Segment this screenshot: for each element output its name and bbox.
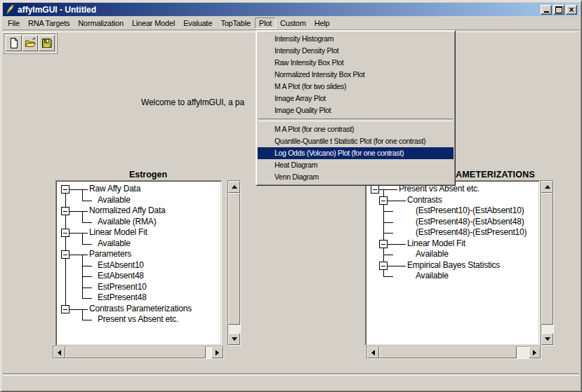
plot-menu-item-normalized-intensity-box-plot[interactable]: Normalized Intensity Box Plot — [258, 69, 454, 81]
tree-node-estpresent48-estpresent10[interactable]: (EstPresent48)-(EstPresent10) — [416, 228, 527, 237]
right-tree-vertical-scrollbar[interactable] — [541, 180, 554, 346]
tree-node-estpresent10[interactable]: EstPresent10 — [98, 283, 147, 292]
tree-node-available[interactable]: Available — [416, 271, 449, 281]
left-tree-horizontal-scrollbar[interactable] — [53, 346, 224, 359]
left-tree-scroll-left-button[interactable] — [53, 346, 65, 358]
arrow-down-icon — [232, 337, 237, 341]
tree-node-available[interactable]: Available — [416, 250, 449, 259]
arrow-up-icon — [232, 185, 237, 189]
menubar-item-file[interactable]: File — [4, 18, 24, 29]
plot-menu-item-m-a-plot-for-two-slides[interactable]: M A Plot (for two slides) — [258, 81, 454, 93]
minimize-button[interactable] — [541, 5, 552, 15]
save-floppy-icon — [41, 37, 53, 49]
maximize-button[interactable] — [553, 5, 564, 15]
status-bar — [3, 374, 579, 389]
window-controls: × — [541, 5, 579, 15]
tree-node-estpresent48-estabsent48[interactable]: (EstPresent48)-(EstAbsent48) — [416, 217, 524, 227]
plot-menu-item-image-quality-plot[interactable]: Image Quality Plot — [258, 104, 454, 116]
left-tree-hscroll-thumb[interactable] — [65, 346, 206, 358]
app-feather-icon — [4, 4, 15, 15]
close-button[interactable]: × — [566, 5, 577, 15]
tree-node-present-vs-absent-etc[interactable]: Present vs Absent etc. — [98, 315, 178, 324]
open-folder-icon — [25, 37, 37, 49]
tree-node-linear-model-fit[interactable]: Linear Model Fit — [407, 239, 465, 248]
left-tree-vscroll-trough[interactable] — [228, 325, 240, 333]
right-tree-hscroll-trough[interactable] — [517, 346, 529, 358]
left-tree-title: Estrogen — [55, 170, 241, 180]
menubar-item-normalization[interactable]: Normalization — [74, 18, 128, 29]
tree-node-estabsent48[interactable]: EstAbsent48 — [98, 271, 144, 281]
tree-node-contrasts-parameterizations[interactable]: Contrasts Parameterizations — [89, 304, 192, 313]
welcome-text: Welcome to affylmGUI, a pa — [141, 97, 244, 107]
arrow-down-icon — [545, 337, 550, 341]
right-tree-canvas[interactable]: Present vs Absent etc.Contrasts(EstPrese… — [367, 182, 538, 344]
menubar-item-linear-model[interactable]: Linear Model — [128, 18, 179, 29]
plot-menu-item-log-odds-volcano-plot-for-one-contrast[interactable]: Log Odds (Volcano) Plot (for one contras… — [258, 147, 454, 159]
tree-node-available[interactable]: Available — [98, 239, 131, 248]
left-tree-hscroll-trough[interactable] — [206, 346, 211, 358]
menubar: FileRNA TargetsNormalizationLinear Model… — [3, 17, 579, 29]
tree-node-estpresent48[interactable]: EstPresent48 — [98, 293, 147, 302]
menubar-item-plot[interactable]: Plot — [255, 18, 276, 29]
right-tree-scroll-up-button[interactable] — [541, 181, 553, 193]
plot-menu-item-quantile-quantile-t-statistic-plot-for-o[interactable]: Quantile-Quantile t Statistic Plot (for … — [258, 135, 454, 147]
tree-node-contrasts[interactable]: Contrasts — [407, 196, 442, 205]
close-icon: × — [569, 6, 574, 13]
plot-menu-item-heat-diagram[interactable]: Heat Diagram — [258, 159, 454, 171]
menubar-item-help[interactable]: Help — [310, 18, 334, 29]
menubar-item-toptable[interactable]: TopTable — [216, 18, 254, 29]
right-tree-horizontal-scrollbar[interactable] — [366, 346, 541, 359]
right-tree-vscroll-thumb[interactable] — [541, 193, 553, 325]
plot-menu-item-m-a-plot-for-one-contrast[interactable]: M A Plot (for one contrast) — [258, 123, 454, 135]
left-tree-vertical-scrollbar[interactable] — [227, 180, 241, 346]
tree-node-available-rma[interactable]: Available (RMA) — [98, 217, 156, 227]
left-tree-vscroll-thumb[interactable] — [228, 193, 240, 325]
plot-menu-items: Intensity HistogramIntensity Density Plo… — [258, 33, 454, 183]
save-file-button[interactable] — [39, 35, 55, 51]
menu-separator — [258, 119, 453, 121]
plot-menu-item-image-array-plot[interactable]: Image Array Plot — [258, 93, 454, 104]
right-tree-vscroll-trough[interactable] — [541, 325, 553, 333]
arrow-left-icon — [371, 350, 375, 356]
tree-node-available[interactable]: Available — [98, 196, 131, 205]
plot-menu: Intensity HistogramIntensity Density Plo… — [256, 30, 456, 186]
tree-node-parameters[interactable]: Parameters — [89, 250, 131, 259]
arrow-right-icon — [533, 350, 536, 356]
left-tree-canvas[interactable]: Raw Affy DataAvailableNormalized Affy Da… — [58, 182, 220, 344]
menubar-item-rna-targets[interactable]: RNA Targets — [24, 18, 74, 29]
plot-menu-item-intensity-density-plot[interactable]: Intensity Density Plot — [258, 45, 454, 57]
right-tree-title: AMETERIZATIONS — [456, 170, 535, 180]
tree-node-estabsent10[interactable]: EstAbsent10 — [98, 261, 144, 270]
tree-node-empirical-bayes-statistics[interactable]: Empirical Bayes Statistics — [407, 261, 500, 270]
tree-node-raw-affy-data[interactable]: Raw Affy Data — [89, 184, 140, 194]
left-tree-scroll-up-button[interactable] — [228, 181, 240, 193]
tree-node-linear-model-fit[interactable]: Linear Model Fit — [89, 228, 147, 237]
minimize-icon — [544, 11, 549, 13]
window-title: affylmGUI - Untitled — [18, 5, 96, 15]
tree-node-normalized-affy-data[interactable]: Normalized Affy Data — [89, 206, 166, 215]
menubar-item-custom[interactable]: Custom — [276, 18, 310, 29]
left-tree-frame: Raw Affy DataAvailableNormalized Affy Da… — [55, 180, 222, 346]
left-tree-scroll-down-button[interactable] — [228, 333, 240, 345]
application-window: affylmGUI - Untitled × FileRNA TargetsNo… — [0, 0, 582, 392]
new-file-button[interactable] — [6, 35, 22, 51]
arrow-left-icon — [58, 350, 61, 356]
menubar-item-evaluate[interactable]: Evaluate — [179, 18, 216, 29]
left-tree-scroll-right-button[interactable] — [211, 346, 223, 358]
arrow-right-icon — [216, 350, 219, 356]
plot-menu-item-venn-diagram[interactable]: Venn Diagram — [258, 171, 454, 183]
plot-menu-item-raw-intensity-box-plot[interactable]: Raw Intensity Box Plot — [258, 57, 454, 69]
new-document-icon — [8, 37, 20, 49]
titlebar[interactable]: affylmGUI - Untitled × — [3, 3, 579, 16]
maximize-icon — [555, 6, 562, 13]
tree-node-estpresent10-estabsent10[interactable]: (EstPresent10)-(EstAbsent10) — [416, 206, 524, 215]
open-file-button[interactable] — [22, 35, 39, 51]
right-tree-hscroll-thumb[interactable] — [379, 346, 517, 358]
arrow-up-icon — [545, 185, 550, 189]
plot-menu-item-intensity-histogram[interactable]: Intensity Histogram — [258, 33, 454, 45]
right-tree-frame: Present vs Absent etc.Contrasts(EstPrese… — [365, 180, 540, 346]
toolbar — [3, 32, 58, 54]
right-tree-scroll-down-button[interactable] — [541, 333, 553, 345]
right-tree-scroll-right-button[interactable] — [529, 346, 541, 358]
right-tree-scroll-left-button[interactable] — [367, 346, 379, 358]
